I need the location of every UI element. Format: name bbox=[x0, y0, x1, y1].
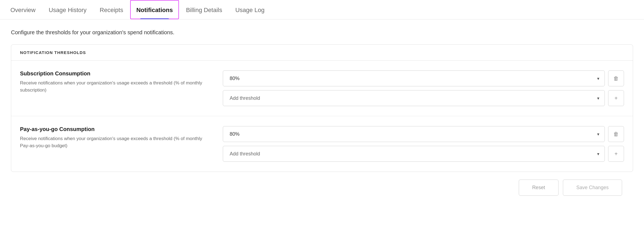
delete-icon-2: 🗑 bbox=[613, 131, 619, 137]
page-container: Overview Usage History Receipts Notifica… bbox=[0, 0, 644, 250]
subscription-select-wrapper-2: Add threshold 50% 60% 70% ▾ bbox=[223, 90, 605, 106]
payg-description: Receive notifications when your organiza… bbox=[20, 135, 212, 149]
subscription-description: Receive notifications when your organiza… bbox=[20, 79, 212, 93]
payg-control-row-2: Add threshold 50% 60% 70% ▾ + bbox=[223, 146, 624, 162]
payg-info: Pay-as-you-go Consumption Receive notifi… bbox=[20, 126, 212, 149]
payg-select-2[interactable]: Add threshold 50% 60% 70% bbox=[223, 146, 605, 162]
payg-select-1[interactable]: 80% 90% 100% bbox=[223, 126, 605, 142]
subscription-select-2[interactable]: Add threshold 50% 60% 70% bbox=[223, 90, 605, 106]
reset-button[interactable]: Reset bbox=[519, 180, 558, 196]
tab-usage-history[interactable]: Usage History bbox=[43, 0, 93, 19]
tab-navigation: Overview Usage History Receipts Notifica… bbox=[0, 0, 644, 19]
add-icon-2: + bbox=[614, 151, 618, 157]
payg-add-button[interactable]: + bbox=[608, 146, 624, 162]
tab-billing-details[interactable]: Billing Details bbox=[180, 0, 228, 19]
main-content: Configure the thresholds for your organi… bbox=[0, 19, 644, 213]
subscription-control-row-2: Add threshold 50% 60% 70% ▾ + bbox=[223, 90, 624, 106]
delete-icon-1: 🗑 bbox=[613, 75, 619, 82]
payg-controls: 80% 90% 100% ▾ 🗑 bbox=[223, 126, 624, 162]
subscription-title: Subscription Consumption bbox=[20, 70, 212, 77]
tab-overview[interactable]: Overview bbox=[9, 0, 42, 19]
tab-notifications[interactable]: Notifications bbox=[130, 0, 179, 19]
payg-delete-button-1[interactable]: 🗑 bbox=[608, 126, 624, 142]
subscription-select-wrapper-1: 80% 90% 100% ▾ bbox=[223, 70, 605, 86]
subscription-delete-button-1[interactable]: 🗑 bbox=[608, 70, 624, 86]
subscription-info: Subscription Consumption Receive notific… bbox=[20, 70, 212, 93]
payg-control-row-1: 80% 90% 100% ▾ 🗑 bbox=[223, 126, 624, 142]
save-changes-button[interactable]: Save Changes bbox=[563, 180, 622, 196]
subscription-section: Subscription Consumption Receive notific… bbox=[11, 61, 633, 116]
payg-select-wrapper-2: Add threshold 50% 60% 70% ▾ bbox=[223, 146, 605, 162]
payg-row: Pay-as-you-go Consumption Receive notifi… bbox=[20, 126, 624, 162]
card-header: NOTIFICATION THRESHOLDS bbox=[11, 45, 633, 61]
payg-select-wrapper-1: 80% 90% 100% ▾ bbox=[223, 126, 605, 142]
add-icon-1: + bbox=[614, 95, 618, 101]
payg-section: Pay-as-you-go Consumption Receive notifi… bbox=[11, 116, 633, 172]
tab-usage-log[interactable]: Usage Log bbox=[229, 0, 270, 19]
subscription-row: Subscription Consumption Receive notific… bbox=[20, 70, 624, 106]
subscription-control-row-1: 80% 90% 100% ▾ 🗑 bbox=[223, 70, 624, 86]
page-description: Configure the thresholds for your organi… bbox=[11, 29, 633, 36]
notification-thresholds-card: NOTIFICATION THRESHOLDS Subscription Con… bbox=[11, 44, 633, 172]
subscription-add-button[interactable]: + bbox=[608, 90, 624, 106]
tab-receipts[interactable]: Receipts bbox=[94, 0, 129, 19]
footer-actions: Reset Save Changes bbox=[11, 172, 633, 203]
payg-title: Pay-as-you-go Consumption bbox=[20, 126, 212, 132]
card-header-title: NOTIFICATION THRESHOLDS bbox=[20, 50, 86, 55]
subscription-controls: 80% 90% 100% ▾ 🗑 bbox=[223, 70, 624, 106]
subscription-select-1[interactable]: 80% 90% 100% bbox=[223, 70, 605, 86]
